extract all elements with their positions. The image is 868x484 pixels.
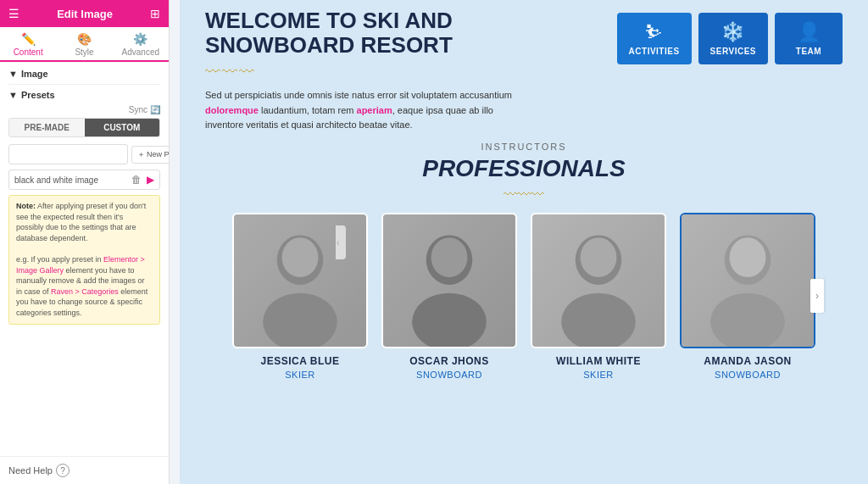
team-label: TEAM [787,47,831,56]
play-preset-button[interactable]: ▶ [147,174,154,186]
svg-point-4 [282,237,319,277]
presets-title: Presets [21,90,55,100]
professionals-title: PROFESSIONALS [205,155,843,182]
image-section-title: Image [21,69,48,79]
instructors-grid: JESSICA BLUE SKIER [205,213,843,380]
panel-body: ▼ Image ▼ Presets Sync 🔄 PRE-MADE CUSTOM… [0,62,169,456]
left-panel: ☰ Edit Image ⊞ ✏️ Content 🎨 Style ⚙️ Adv… [0,0,170,484]
menu-icon[interactable]: ☰ [8,7,19,20]
instructor-card-william: WILLIAM WHITE SKIER [531,213,666,380]
instructor-role-oscar: SNOWBOARD [381,370,517,380]
raven-link[interactable]: Raven > Categories [51,287,119,296]
need-help-label: Need Help [8,465,53,476]
sync-label: Sync [129,105,147,114]
tab-content-label: Content [14,47,43,57]
tab-advanced-label: Advanced [122,47,159,57]
tab-content[interactable]: ✏️ Content [0,27,56,62]
instructor-photo-william [531,213,666,348]
hero-title-line2: SNOWBOARD RESORT [205,32,453,58]
new-preset-btn-label: New Preset [147,150,169,159]
team-button[interactable]: 👤 TEAM [775,13,843,64]
note-example: e.g. If you apply preset in Elementor > … [16,254,153,319]
photo-placeholder-amanda [682,214,814,347]
wavy-line-hero: 〰〰〰 [205,64,561,81]
panel-title: Edit Image [19,8,150,20]
instructor-role-amanda: SNOWBOARD [680,370,815,380]
note-box: Note: After applying preset if you don't… [8,195,160,325]
chevron-left-icon: ‹ [337,237,339,247]
hero-description: Sed ut perspiciatis unde omnis iste natu… [205,88,527,133]
services-icon: ❄️ [710,21,756,43]
wavy-line-professionals: 〰〰〰 [205,187,843,203]
photo-placeholder-william [532,214,665,347]
image-section-arrow: ▼ [8,69,18,79]
instructor-name-oscar: OSCAR JHONS [381,355,517,367]
preset-toggle: PRE-MADE CUSTOM [8,118,160,137]
activities-label: ACTIVITIES [629,47,680,56]
panel-tabs: ✏️ Content 🎨 Style ⚙️ Advanced [0,27,169,62]
instructors-subtitle: INSTRUCTORS [205,142,843,152]
hero-title-line1: WELCOME TO SKI AND [205,8,453,33]
instructor-photo-jessica [232,213,368,348]
services-label: SERVICES [710,47,756,56]
advanced-tab-icon: ⚙️ [133,32,147,46]
services-button[interactable]: ❄️ SERVICES [698,13,768,64]
panel-header: ☰ Edit Image ⊞ [0,0,169,27]
elementor-link[interactable]: Elementor > Image Gallery [16,255,145,275]
instructor-name-william: WILLIAM WHITE [531,355,666,367]
svg-point-19 [730,237,766,277]
photo-placeholder-jessica [234,214,366,347]
instructor-photo-amanda [680,213,815,348]
main-content: WELCOME TO SKI AND SNOWBOARD RESORT 〰〰〰 … [180,0,868,484]
activity-buttons: ⛷ ACTIVITIES ❄️ SERVICES 👤 TEAM [617,13,843,64]
delete-preset-button[interactable]: 🗑 [131,174,142,186]
instructor-card-amanda: › AMANDA JASON SNOWBOARD [680,213,815,380]
help-icon: ? [56,464,70,477]
style-tab-icon: 🎨 [77,32,92,46]
need-help-row[interactable]: Need Help ? [0,456,169,484]
tab-advanced[interactable]: ⚙️ Advanced [113,27,169,60]
note-label: Note: [16,202,36,210]
website-content: WELCOME TO SKI AND SNOWBOARD RESORT 〰〰〰 … [180,0,868,484]
instructor-card-jessica: JESSICA BLUE SKIER [232,213,368,380]
activities-icon: ⛷ [629,21,680,43]
preset-item-label: black and white image [14,175,98,185]
preset-item-actions: 🗑 ▶ [131,174,154,186]
activities-button[interactable]: ⛷ ACTIVITIES [617,13,692,64]
instructor-role-william: SKIER [531,370,666,380]
presets-arrow: ▼ [8,90,18,100]
instructor-role-jessica: SKIER [232,370,368,380]
note-text: After applying preset if you don't see t… [16,202,146,242]
new-preset-input[interactable] [8,144,128,164]
svg-point-14 [581,237,617,277]
svg-point-9 [431,237,468,277]
instructor-name-jessica: JESSICA BLUE [232,355,368,367]
new-preset-button[interactable]: ＋ New Preset [131,146,169,164]
grid-icon[interactable]: ⊞ [150,7,160,20]
instructor-card-oscar: OSCAR JHONS SNOWBOARD [381,213,517,380]
team-icon: 👤 [787,21,831,43]
plus-icon: ＋ [137,149,145,160]
highlight-doloremque: doloremque [205,105,259,115]
sync-icon[interactable]: 🔄 [150,105,160,114]
premade-btn[interactable]: PRE-MADE [9,119,85,136]
instructor-photo-oscar [381,213,517,348]
instructor-name-amanda: AMANDA JASON [680,355,815,367]
highlight-aperiam: aperiam [357,105,392,115]
photo-placeholder-oscar [383,214,515,347]
preset-item: black and white image 🗑 ▶ [8,170,160,190]
new-preset-row: ＋ New Preset [8,144,160,164]
hero-text: WELCOME TO SKI AND SNOWBOARD RESORT 〰〰〰 … [205,8,561,133]
tab-style-label: Style [75,47,93,57]
hero-section: WELCOME TO SKI AND SNOWBOARD RESORT 〰〰〰 … [205,8,843,133]
presets-section-header[interactable]: ▼ Presets [8,90,160,100]
sync-row: Sync 🔄 [8,105,160,114]
tab-style[interactable]: 🎨 Style [56,27,112,60]
carousel-chevron[interactable]: › [810,279,824,313]
custom-btn[interactable]: CUSTOM [85,119,160,136]
collapse-handle[interactable]: ‹ [336,225,346,259]
image-section-header[interactable]: ▼ Image [8,69,160,79]
content-tab-icon: ✏️ [21,32,36,46]
hero-title: WELCOME TO SKI AND SNOWBOARD RESORT [205,8,561,57]
